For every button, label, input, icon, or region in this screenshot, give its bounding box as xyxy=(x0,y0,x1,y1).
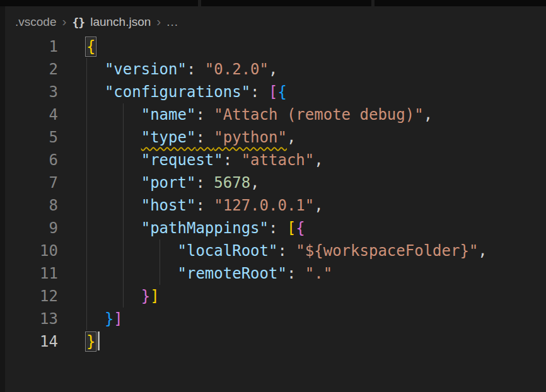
code-line-8[interactable]: "host": "127.0.0.1", xyxy=(86,194,487,217)
line-number-1[interactable]: 1 xyxy=(0,35,58,58)
token-punct: : xyxy=(223,151,241,169)
token-punct: , xyxy=(314,197,323,214)
token-punct: : xyxy=(195,174,214,192)
token-key: "remoteRoot" xyxy=(178,265,287,282)
token-punct: , xyxy=(287,129,296,146)
line-number-2[interactable]: 2 xyxy=(0,58,58,81)
line-number-6[interactable]: 6 xyxy=(0,149,58,171)
token-punct: : xyxy=(195,106,214,124)
token-punct: , xyxy=(250,174,259,192)
token-key: "localRoot" xyxy=(178,242,278,260)
token-ws xyxy=(86,129,141,146)
token-punct: , xyxy=(314,151,323,169)
token-ws xyxy=(86,242,178,260)
token-key: "port" xyxy=(141,174,196,192)
breadcrumb-folder[interactable]: .vscode xyxy=(15,15,56,29)
breadcrumb: .vscode › {} launch.json › ... xyxy=(15,13,178,32)
token-str: "Attach (remote debug)" xyxy=(214,106,423,124)
token-b2: ] xyxy=(113,310,122,328)
line-number-12[interactable]: 12 xyxy=(0,285,58,308)
token-str: "." xyxy=(305,265,332,282)
tab-divider xyxy=(198,0,201,6)
token-ws xyxy=(86,83,105,101)
breadcrumb-file[interactable]: launch.json xyxy=(90,15,151,29)
token-b2: { xyxy=(296,219,305,237)
code-line-7[interactable]: "port": 5678, xyxy=(86,171,487,194)
text-cursor xyxy=(98,331,100,350)
token-punct: , xyxy=(269,61,277,78)
code-line-9[interactable]: "pathMappings": [{ xyxy=(86,217,487,239)
token-key: "configurations" xyxy=(105,83,250,101)
token-key: "request" xyxy=(141,151,223,169)
line-number-3[interactable]: 3 xyxy=(0,81,58,103)
line-number-11[interactable]: 11 xyxy=(0,262,58,285)
line-number-10[interactable]: 10 xyxy=(0,239,58,262)
token-str: "0.2.0" xyxy=(205,61,269,78)
token-ws xyxy=(86,106,141,124)
token-ws xyxy=(86,287,141,305)
line-number-4[interactable]: 4 xyxy=(0,103,58,126)
token-ws xyxy=(86,174,141,192)
token-punct: : xyxy=(277,242,296,260)
token-punct: : xyxy=(287,265,305,282)
vscode-editor-window: .vscode › {} launch.json › ... 123456789… xyxy=(0,0,546,392)
code-editor[interactable]: 1234567891011121314 { "version": "0.2.0"… xyxy=(0,35,546,392)
token-ws xyxy=(86,61,105,78)
token-str: "${workspaceFolder}" xyxy=(296,242,478,260)
token-str: "attach" xyxy=(241,151,315,169)
token-ws xyxy=(86,219,141,237)
token-key: "host" xyxy=(141,197,196,214)
token-key: "name" xyxy=(141,106,196,124)
token-b1: ] xyxy=(150,287,159,305)
token-ws xyxy=(86,265,178,282)
token-key: "version" xyxy=(105,61,187,78)
code-line-4[interactable]: "name": "Attach (remote debug)", xyxy=(86,103,487,126)
line-number-9[interactable]: 9 xyxy=(0,217,58,239)
gutter[interactable]: 1234567891011121314 xyxy=(0,35,58,353)
token-str: "python" xyxy=(214,129,287,146)
token-ws xyxy=(86,197,141,214)
breadcrumb-symbol[interactable]: ... xyxy=(166,15,178,29)
line-number-5[interactable]: 5 xyxy=(0,126,58,149)
token-str: "127.0.0.1" xyxy=(214,197,314,214)
token-punct: : xyxy=(195,129,214,146)
token-ws xyxy=(86,310,105,328)
token-punct: , xyxy=(424,106,433,124)
chevron-right-icon: › xyxy=(156,14,161,29)
token-punct: : xyxy=(187,61,205,78)
code-line-2[interactable]: "version": "0.2.0", xyxy=(86,58,487,81)
code-content[interactable]: { "version": "0.2.0", "configurations": … xyxy=(86,35,487,353)
token-punct: : xyxy=(269,219,287,237)
code-line-1[interactable]: { xyxy=(86,35,487,58)
tab-divider xyxy=(371,0,375,6)
token-b2: [ xyxy=(269,83,277,101)
token-b3: } xyxy=(105,310,113,328)
token-punct: , xyxy=(478,242,487,260)
token-b2: } xyxy=(141,287,150,305)
token-punct: : xyxy=(195,197,214,214)
line-number-13[interactable]: 13 xyxy=(0,308,58,330)
line-number-8[interactable]: 8 xyxy=(0,194,58,217)
token-b3: { xyxy=(277,83,286,101)
line-number-7[interactable]: 7 xyxy=(0,171,58,194)
token-b1: { xyxy=(86,38,95,55)
code-line-11[interactable]: "remoteRoot": "." xyxy=(86,262,487,285)
token-b1: } xyxy=(86,333,95,350)
code-line-3[interactable]: "configurations": [{ xyxy=(86,81,487,103)
token-ws xyxy=(86,151,141,169)
chevron-right-icon: › xyxy=(62,14,66,29)
line-number-14[interactable]: 14 xyxy=(0,330,58,353)
code-line-13[interactable]: }] xyxy=(86,308,487,330)
token-punct: : xyxy=(250,83,269,101)
token-b1: [ xyxy=(287,219,296,237)
code-line-6[interactable]: "request": "attach", xyxy=(86,149,487,171)
token-num: 5678 xyxy=(214,174,250,192)
token-key: "type" xyxy=(141,129,196,146)
code-line-5[interactable]: "type": "python", xyxy=(86,126,487,149)
tab-bar-remnant xyxy=(0,0,546,6)
token-key: "pathMappings" xyxy=(141,219,269,237)
json-file-icon: {} xyxy=(72,16,84,29)
code-line-14[interactable]: } xyxy=(86,330,487,353)
code-line-10[interactable]: "localRoot": "${workspaceFolder}", xyxy=(86,239,487,262)
code-line-12[interactable]: }] xyxy=(86,285,487,308)
